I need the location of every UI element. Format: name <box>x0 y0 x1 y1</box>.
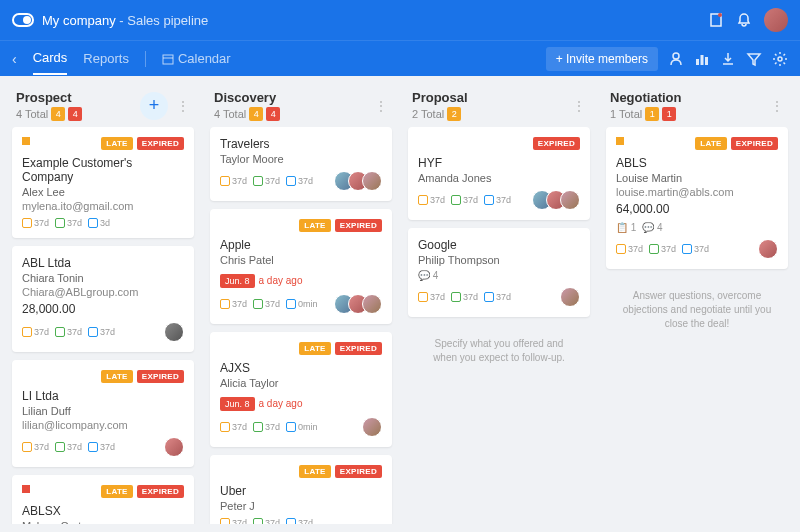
svg-rect-2 <box>163 55 173 64</box>
card-avatars <box>532 190 580 210</box>
card-title: Uber <box>220 484 382 498</box>
app-logo[interactable] <box>12 13 34 27</box>
priority-dot <box>616 137 624 145</box>
card-stats: 37d37d0min <box>220 299 318 309</box>
card-person: Chris Patel <box>220 254 382 266</box>
column-menu[interactable]: ⋮ <box>770 98 784 114</box>
svg-point-1 <box>718 13 722 17</box>
card[interactable]: LATEEXPIREDUberPeter J37d37d37d <box>210 455 392 524</box>
card-person: Louise Martin <box>616 172 778 184</box>
expired-badge: EXPIRED <box>335 219 382 232</box>
late-badge: LATE <box>101 137 133 150</box>
members-icon[interactable] <box>668 51 684 67</box>
svg-point-4 <box>673 53 679 59</box>
tab-cards[interactable]: Cards <box>33 42 68 75</box>
card-stats: 37d37d37d <box>22 327 115 337</box>
card-person: Alicia Taylor <box>220 377 382 389</box>
bell-icon[interactable] <box>736 12 752 28</box>
card-title: AJXS <box>220 361 382 375</box>
top-header: My company - Sales pipeline <box>0 0 800 40</box>
priority-dot <box>22 137 30 145</box>
comment-count: 💬 4 <box>418 270 580 281</box>
card[interactable]: ABL LtdaChiara ToninChiara@ABLgroup.com2… <box>12 246 194 352</box>
column-title: Discovery <box>214 90 280 105</box>
notification-icon[interactable] <box>708 12 724 28</box>
late-badge: LATE <box>101 485 133 498</box>
card[interactable]: TravelersTaylor Moore37d37d37d <box>210 127 392 201</box>
card-stats: 37d37d0min <box>220 422 318 432</box>
column-title: Prospect <box>16 90 82 105</box>
date-chip: Jun. 8 <box>220 274 255 288</box>
card-stats: 37d37d3d <box>22 218 110 228</box>
chart-icon[interactable] <box>694 51 710 67</box>
column-title: Proposal <box>412 90 468 105</box>
column-menu[interactable]: ⋮ <box>176 98 190 114</box>
time-ago: a day ago <box>259 275 303 286</box>
expired-badge: EXPIRED <box>731 137 778 150</box>
export-icon[interactable] <box>720 51 736 67</box>
invite-button[interactable]: + Invite members <box>546 47 658 71</box>
column-menu[interactable]: ⋮ <box>572 98 586 114</box>
card[interactable]: LATEEXPIREDExample Customer's CompanyAle… <box>12 127 194 238</box>
card-title: Apple <box>220 238 382 252</box>
card[interactable]: LATEEXPIREDLI LtdaLilian Dufflilian@lico… <box>12 360 194 467</box>
column-menu[interactable]: ⋮ <box>374 98 388 114</box>
card[interactable]: LATEEXPIREDABLSXMylena Carterpurchase@ab… <box>12 475 194 524</box>
card-title: HYF <box>418 156 580 170</box>
kanban-board: Prospect4 Total 44+⋮LATEEXPIREDExample C… <box>0 76 800 532</box>
late-badge: LATE <box>695 137 727 150</box>
card-title: ABLSX <box>22 504 184 518</box>
card-title: Google <box>418 238 580 252</box>
expired-badge: EXPIRED <box>335 342 382 355</box>
card-email: Chiara@ABLgroup.com <box>22 286 184 298</box>
settings-icon[interactable] <box>772 51 788 67</box>
card-person: Peter J <box>220 500 382 512</box>
late-badge: LATE <box>299 342 331 355</box>
card[interactable]: EXPIREDHYFAmanda Jones37d37d37d <box>408 127 590 220</box>
column-meta: 2 Total 2 <box>412 107 468 121</box>
card-person: Chiara Tonin <box>22 272 184 284</box>
column-badge: 4 <box>249 107 263 121</box>
svg-rect-7 <box>705 57 708 65</box>
late-badge: LATE <box>101 370 133 383</box>
column-meta: 1 Total 11 <box>610 107 682 121</box>
late-badge: LATE <box>299 219 331 232</box>
filter-icon[interactable] <box>746 51 762 67</box>
tab-reports[interactable]: Reports <box>83 43 129 74</box>
card[interactable]: GooglePhilip Thompson💬 437d37d37d <box>408 228 590 317</box>
card-person: Amanda Jones <box>418 172 580 184</box>
column-prospect: Prospect4 Total 44+⋮LATEEXPIREDExample C… <box>8 84 198 524</box>
user-avatar[interactable] <box>764 8 788 32</box>
card-stats: 37d37d37d <box>418 195 511 205</box>
calendar-link[interactable]: Calendar <box>162 51 231 66</box>
column-proposal: Proposal2 Total 2⋮EXPIREDHYFAmanda Jones… <box>404 84 594 524</box>
card-stats: 37d37d37d <box>616 244 709 254</box>
expired-badge: EXPIRED <box>533 137 580 150</box>
card-person: Mylena Carter <box>22 520 184 524</box>
card-stats: 37d37d37d <box>220 518 313 524</box>
column-badge: 2 <box>447 107 461 121</box>
column-badge: 4 <box>266 107 280 121</box>
expired-badge: EXPIRED <box>137 370 184 383</box>
add-card-button[interactable]: + <box>140 92 168 120</box>
column-negotiation: Negotiation1 Total 11⋮LATEEXPIREDABLSLou… <box>602 84 792 524</box>
column-badge: 4 <box>51 107 65 121</box>
back-button[interactable]: ‹ <box>12 51 17 67</box>
svg-point-8 <box>778 57 782 61</box>
card-stats: 37d37d37d <box>22 442 115 452</box>
sub-header: ‹ Cards Reports Calendar + Invite member… <box>0 40 800 76</box>
column-hint: Answer questions, overcome objections an… <box>606 277 788 343</box>
card[interactable]: LATEEXPIREDAJXSAlicia TaylorJun. 8a day … <box>210 332 392 447</box>
card-email: louise.martin@abls.com <box>616 186 778 198</box>
card[interactable]: LATEEXPIREDAppleChris PatelJun. 8a day a… <box>210 209 392 324</box>
company-title: My company - Sales pipeline <box>42 13 208 28</box>
card-title: Travelers <box>220 137 382 151</box>
svg-rect-5 <box>696 59 699 65</box>
card[interactable]: LATEEXPIREDABLSLouise Martinlouise.marti… <box>606 127 788 269</box>
column-meta: 4 Total 44 <box>16 107 82 121</box>
column-badge: 4 <box>68 107 82 121</box>
expired-badge: EXPIRED <box>137 485 184 498</box>
card-avatars <box>758 239 778 259</box>
card-person: Alex Lee <box>22 186 184 198</box>
card-title: ABL Ltda <box>22 256 184 270</box>
